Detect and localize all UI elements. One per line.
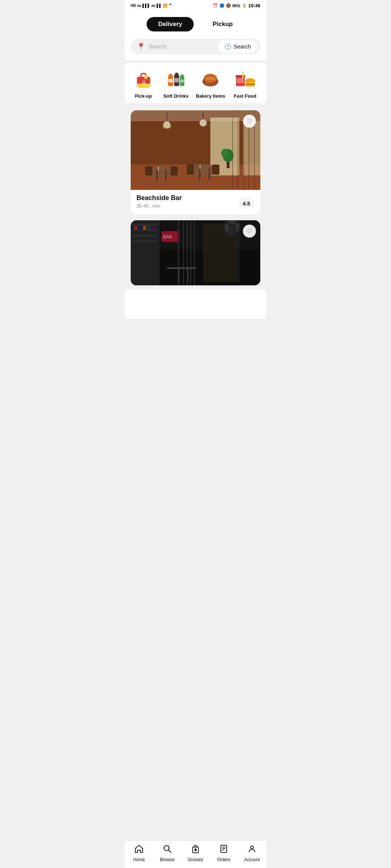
restaurant-card-second[interactable]: BAR [131, 220, 260, 285]
search-bar: 📍 Search 🕐 Search [131, 39, 260, 54]
heart-icon: ♡ [247, 118, 252, 125]
category-item-softdrinks[interactable]: Soft Drinks [163, 69, 189, 99]
svg-rect-4 [144, 75, 147, 79]
restaurant-card-beachside[interactable]: ♡ Beachside Bar 35-45 . min 4.5 [131, 110, 260, 214]
search-input-placeholder[interactable]: Search [148, 43, 167, 50]
svg-rect-22 [245, 82, 255, 84]
categories-section: U Pick-up [125, 63, 266, 103]
location-icon: 📍 [136, 42, 146, 51]
svg-rect-3 [137, 84, 150, 87]
cards-section: ♡ Beachside Bar 35-45 . min 4.5 [125, 106, 266, 290]
alarm-icon: ⏰ [213, 3, 218, 8]
clock-icon: 🕐 [224, 43, 231, 50]
category-label-bakery: Bakery Items [196, 93, 225, 99]
category-item-pickup[interactable]: U Pick-up [131, 69, 156, 99]
svg-rect-12 [181, 75, 184, 77]
category-item-bakery[interactable]: Bakery Items [196, 69, 225, 99]
svg-rect-9 [175, 73, 178, 75]
restaurant-time-beachside: 35-45 . min [136, 203, 182, 209]
svg-rect-13 [180, 80, 184, 82]
search-button-label: Search [234, 43, 251, 50]
battery-icon: 🔋 [242, 3, 247, 8]
favorite-button-beachside[interactable]: ♡ [243, 115, 256, 128]
status-bar: HD 4G ▌▌▌ 4G ▌▌ 📶 ⌃ ⏰ 🔵 🔕 95% 🔋 10:46 [125, 0, 266, 11]
svg-rect-18 [242, 72, 244, 78]
favorite-button-second[interactable]: ♡ [243, 225, 256, 238]
restaurant-name-beachside: Beachside Bar [136, 194, 182, 202]
time-display: 10:46 [248, 3, 260, 8]
svg-rect-10 [175, 78, 179, 82]
heart-icon-2: ♡ [247, 228, 252, 235]
category-label-softdrinks: Soft Drinks [163, 93, 188, 99]
mute-icon: 🔕 [226, 3, 231, 8]
pickup-button[interactable]: Pickup [201, 17, 244, 31]
svg-rect-19 [237, 78, 244, 83]
search-button[interactable]: 🕐 Search [218, 40, 257, 53]
category-item-fastfood[interactable]: Fast Food [232, 69, 258, 99]
categories-scroll: U Pick-up [131, 69, 260, 99]
order-type-toggle: Delivery Pickup [125, 11, 266, 36]
delivery-button[interactable]: Delivery [147, 17, 194, 31]
svg-rect-55 [131, 110, 260, 190]
category-label-pickup: Pick-up [135, 93, 152, 99]
status-right: ⏰ 🔵 🔕 95% 🔋 10:46 [213, 3, 260, 8]
svg-rect-84 [131, 220, 260, 285]
status-left: HD 4G ▌▌▌ 4G ▌▌ 📶 ⌃ [131, 3, 172, 8]
category-label-fastfood: Fast Food [234, 93, 256, 99]
svg-rect-23 [245, 84, 255, 86]
svg-rect-17 [236, 75, 245, 77]
rating-badge-beachside: 4.5 [238, 198, 255, 209]
svg-rect-6 [169, 74, 172, 76]
search-section: 📍 Search 🕐 Search [125, 36, 266, 60]
battery-level: 95% [232, 4, 240, 8]
svg-rect-7 [168, 79, 173, 82]
bluetooth-icon: 🔵 [219, 3, 224, 8]
